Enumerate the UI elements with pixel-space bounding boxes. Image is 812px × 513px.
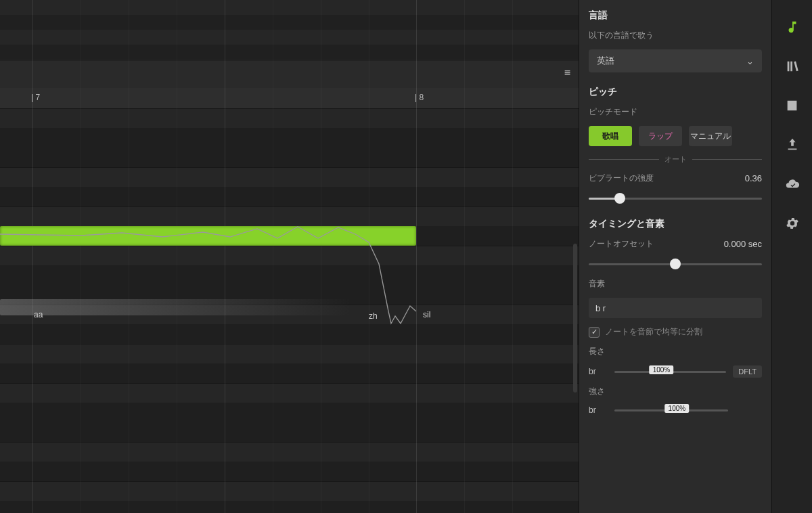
phoneme-label: sil bbox=[423, 310, 430, 319]
slider-knob[interactable] bbox=[614, 193, 625, 204]
music-icon[interactable] bbox=[784, 19, 800, 35]
auto-divider: オート bbox=[589, 154, 762, 164]
library-icon[interactable] bbox=[784, 58, 800, 74]
strength-knob[interactable]: 100% bbox=[665, 404, 690, 413]
strength-tag: br bbox=[589, 405, 608, 415]
arrangement-strip[interactable] bbox=[0, 0, 579, 61]
note-block[interactable] bbox=[0, 226, 416, 246]
vibrato-slider[interactable] bbox=[589, 192, 762, 204]
book-icon[interactable] bbox=[784, 97, 800, 114]
language-select[interactable]: 英語 ⌄ bbox=[589, 49, 762, 72]
length-knob[interactable]: 100% bbox=[650, 365, 674, 374]
vibrato-value: 0.36 bbox=[745, 173, 762, 183]
language-value: 英語 bbox=[597, 55, 614, 67]
cloud-icon[interactable] bbox=[784, 176, 800, 192]
phoneme-label: zh bbox=[369, 311, 378, 321]
phoneme-label-title: 音素 bbox=[589, 278, 762, 290]
strength-label: 強さ bbox=[589, 386, 762, 397]
phoneme-label: aa bbox=[34, 310, 43, 319]
offset-value: 0.000 sec bbox=[724, 239, 762, 249]
strength-slider[interactable]: 100% bbox=[614, 409, 728, 411]
pitch-mode-label: ピッチモード bbox=[589, 106, 762, 118]
language-sub-label: 以下の言語で歌う bbox=[589, 30, 762, 41]
pitch-mode-group: 歌唱 ラップ マニュアル bbox=[589, 126, 762, 146]
section-pitch: ピッチ bbox=[589, 86, 762, 98]
vibrato-label: ビブラートの強度 bbox=[589, 173, 654, 184]
settings-icon[interactable] bbox=[784, 215, 800, 231]
waveform bbox=[0, 299, 352, 315]
length-label: 長さ bbox=[589, 346, 762, 357]
section-timing: タイミングと音素 bbox=[589, 218, 762, 230]
grid-menu-icon[interactable]: ≡ bbox=[564, 71, 570, 74]
length-default-button[interactable]: DFLT bbox=[733, 365, 762, 378]
offset-label: ノートオフセット bbox=[589, 238, 654, 250]
pitch-mode-sing[interactable]: 歌唱 bbox=[589, 126, 632, 146]
section-language: 言語 bbox=[589, 9, 762, 22]
import-icon[interactable] bbox=[784, 137, 800, 153]
vertical-scrollbar[interactable] bbox=[573, 244, 577, 393]
time-ruler[interactable]: | 7 | 8 ≡ bbox=[0, 88, 579, 108]
split-evenly-label: ノートを音節で均等に分割 bbox=[605, 326, 702, 338]
length-tag: br bbox=[589, 367, 608, 376]
split-evenly-checkbox[interactable] bbox=[589, 327, 600, 338]
pitch-mode-rap[interactable]: ラップ bbox=[639, 126, 682, 146]
pitch-mode-manual[interactable]: マニュアル bbox=[689, 126, 732, 146]
inspector-panel: 言語 以下の言語で歌う 英語 ⌄ ピッチ ピッチモード 歌唱 ラップ マニュアル… bbox=[579, 0, 771, 513]
chevron-down-icon: ⌄ bbox=[746, 56, 754, 66]
phoneme-input[interactable]: b r bbox=[589, 298, 762, 318]
length-slider[interactable]: 100% bbox=[614, 371, 726, 373]
offset-slider[interactable] bbox=[589, 258, 762, 270]
piano-roll-editor[interactable]: | 7 | 8 ≡ bbox=[0, 0, 579, 513]
slider-knob[interactable] bbox=[670, 259, 681, 269]
icon-rail bbox=[771, 0, 812, 513]
